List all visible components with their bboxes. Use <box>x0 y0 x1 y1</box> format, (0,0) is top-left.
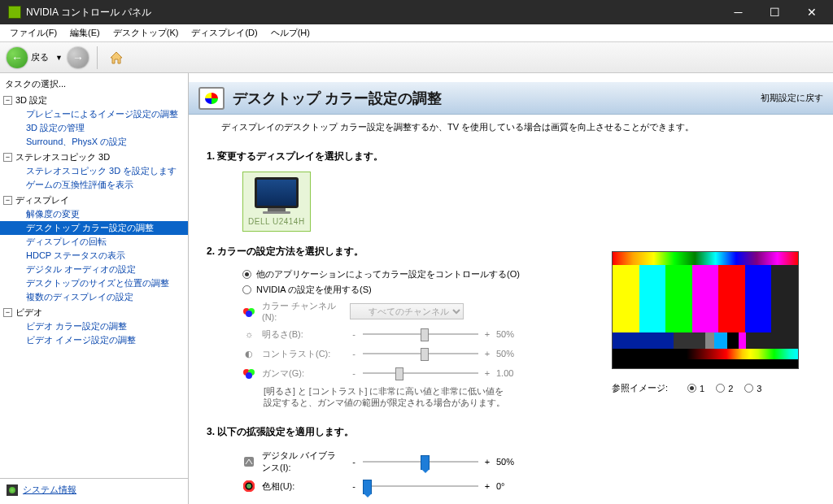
contrast-label: コントラスト(C): <box>262 348 343 360</box>
back-button[interactable]: ← <box>7 47 28 68</box>
tree-item[interactable]: ディスプレイの回転 <box>0 235 188 249</box>
menu-bar: ファイル(F) 編集(E) デスクトップ(K) ディスプレイ(D) ヘルプ(H) <box>0 24 833 42</box>
tree-item[interactable]: ビデオ イメージ設定の調整 <box>0 333 188 347</box>
section-color-method: 2. カラーの設定方法を選択します。 他のアプリケーションによってカラー設定をコ… <box>189 235 587 415</box>
vibrance-slider[interactable] <box>363 454 478 469</box>
main-content: デスクトップ カラー設定の調整 初期設定に戻す ディスプレイのデスクトップ カラ… <box>189 73 833 504</box>
page-description: ディスプレイのデスクトップ カラー設定を調整するか、TV を使用している場合は画… <box>189 115 833 140</box>
gamma-label: ガンマ(G): <box>262 367 343 380</box>
gamma-icon <box>242 367 255 380</box>
display-thumb[interactable]: DELL U2414H <box>242 172 311 232</box>
svg-point-9 <box>246 484 251 489</box>
collapse-icon[interactable]: − <box>3 153 12 162</box>
tree-item[interactable]: ビデオ カラー設定の調整 <box>0 319 188 333</box>
tree-item[interactable]: Surround、PhysX の設定 <box>0 135 188 149</box>
tree-item[interactable]: 複数のディスプレイの設定 <box>0 290 188 304</box>
tree-item[interactable]: 解像度の変更 <box>0 207 188 221</box>
sidebar: タスクの選択... −3D 設定プレビューによるイメージ設定の調整3D 設定の管… <box>0 73 189 504</box>
hue-icon <box>242 480 255 493</box>
contrast-icon: ◐ <box>242 347 255 360</box>
menu-display[interactable]: ディスプレイ(D) <box>185 25 264 41</box>
gamma-slider[interactable] <box>363 366 478 380</box>
tree-group-label: ステレオスコピック 3D <box>15 151 110 163</box>
back-dropdown-icon[interactable]: ▼ <box>55 54 63 62</box>
tree-group[interactable]: −3D 設定 <box>0 93 188 107</box>
tree-item[interactable]: ゲームの互換性評価を表示 <box>0 178 188 192</box>
tree-group[interactable]: −ディスプレイ <box>0 193 188 207</box>
restore-defaults[interactable]: 初期設定に戻す <box>761 92 823 104</box>
sysinfo-icon <box>7 484 18 496</box>
collapse-icon[interactable]: − <box>3 96 12 105</box>
channel-label: カラー チャンネル(N): <box>262 300 343 322</box>
radio-icon <box>242 270 251 279</box>
tree-item[interactable]: デジタル オーディオの設定 <box>0 263 188 276</box>
section2-heading: 2. カラーの設定方法を選択します。 <box>207 245 563 259</box>
radio-other-app[interactable]: 他のアプリケーションによってカラー設定をコントロールする(O) <box>207 267 563 282</box>
tree-item[interactable]: デスクトップ カラー設定の調整 <box>0 221 188 235</box>
monitor-label: DELL U2414H <box>248 217 305 226</box>
brightness-label: 明るさ(B): <box>262 328 343 341</box>
section-advanced: 3. 以下の拡張設定を適用します。 デジタル バイブランス(I): -+50% … <box>189 415 587 499</box>
toolbar: ← 戻る ▼ → <box>0 42 833 73</box>
svg-rect-6 <box>244 457 254 467</box>
tree-group-label: ディスプレイ <box>15 194 69 206</box>
channel-select[interactable]: すべてのチャンネル <box>350 303 464 319</box>
tree-group[interactable]: −ビデオ <box>0 306 188 319</box>
tree-item[interactable]: デスクトップのサイズと位置の調整 <box>0 276 188 290</box>
monitor-icon <box>255 177 299 208</box>
svg-point-5 <box>246 372 252 379</box>
tree-item[interactable]: 3D 設定の管理 <box>0 121 188 135</box>
window-title: NVIDIA コントロール パネル <box>26 6 720 20</box>
sidebar-header: タスクの選択... <box>0 76 188 92</box>
brightness-icon: ☼ <box>242 328 255 341</box>
contrast-slider[interactable] <box>363 346 478 361</box>
ref-radio-3[interactable]: 3 <box>744 384 761 393</box>
collapse-icon[interactable]: − <box>3 308 12 317</box>
task-tree: −3D 設定プレビューによるイメージ設定の調整3D 設定の管理Surround、… <box>0 92 188 478</box>
radio-nvidia-label: NVIDIA の設定を使用する(S) <box>256 284 372 296</box>
forward-button[interactable]: → <box>68 47 89 68</box>
radio-icon <box>242 285 251 294</box>
hue-slider[interactable] <box>363 479 478 493</box>
menu-desktop[interactable]: デスクトップ(K) <box>107 25 185 41</box>
menu-file[interactable]: ファイル(F) <box>3 25 63 41</box>
gamma-value: 1.00 <box>496 368 527 378</box>
vibrance-label: デジタル バイブランス(I): <box>262 450 343 474</box>
section3-heading: 3. 以下の拡張設定を適用します。 <box>207 425 563 439</box>
close-button[interactable]: ✕ <box>793 0 830 24</box>
system-info-link[interactable]: システム情報 <box>0 478 188 501</box>
reference-image <box>612 251 799 369</box>
gamma-note: [明るさ] と [コントラスト] に非常に高い値と非常に低い値を設定すると、ガン… <box>207 383 563 412</box>
brightness-value: 50% <box>496 329 527 339</box>
svg-point-2 <box>246 311 252 317</box>
ref-radio-1[interactable]: 1 <box>687 384 704 393</box>
page-title: デスクトップ カラー設定の調整 <box>233 89 761 108</box>
hue-value: 0° <box>496 481 527 491</box>
vibrance-icon <box>242 455 255 468</box>
radio-nvidia[interactable]: NVIDIA の設定を使用する(S) <box>207 282 563 298</box>
tree-group[interactable]: −ステレオスコピック 3D <box>0 150 188 164</box>
section-select-display: 1. 変更するディスプレイを選択します。 DELL U2414H <box>189 140 833 235</box>
page-banner: デスクトップ カラー設定の調整 初期設定に戻す <box>189 82 833 115</box>
channel-icon <box>242 305 255 318</box>
ref-radio-2[interactable]: 2 <box>716 384 733 393</box>
radio-other-label: 他のアプリケーションによってカラー設定をコントロールする(O) <box>256 268 520 280</box>
menu-edit[interactable]: 編集(E) <box>63 25 107 41</box>
menu-help[interactable]: ヘルプ(H) <box>264 25 316 41</box>
tree-item[interactable]: HDCP ステータスの表示 <box>0 249 188 263</box>
hue-label: 色相(U): <box>262 480 343 493</box>
tree-item[interactable]: ステレオスコピック 3D を設定します <box>0 164 188 178</box>
brightness-slider[interactable] <box>363 327 478 341</box>
section1-heading: 1. 変更するディスプレイを選択します。 <box>207 150 809 163</box>
maximize-button[interactable]: ☐ <box>757 0 793 24</box>
collapse-icon[interactable]: − <box>3 196 12 205</box>
banner-icon <box>198 87 225 110</box>
preview-column: 参照イメージ: 1 2 3 <box>612 235 823 499</box>
toolbar-separator <box>97 46 98 69</box>
tree-group-label: ビデオ <box>15 306 42 319</box>
minimize-button[interactable]: ─ <box>720 0 757 24</box>
sysinfo-label[interactable]: システム情報 <box>23 484 76 496</box>
home-button[interactable] <box>106 47 127 68</box>
reference-label: 参照イメージ: <box>612 382 668 394</box>
tree-item[interactable]: プレビューによるイメージ設定の調整 <box>0 107 188 121</box>
